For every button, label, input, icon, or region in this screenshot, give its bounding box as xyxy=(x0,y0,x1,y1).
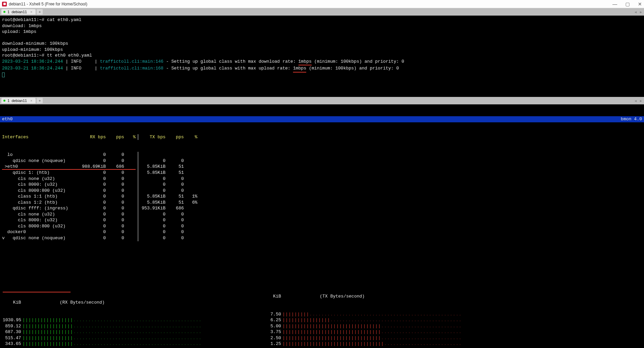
add-tab-button[interactable]: + xyxy=(37,9,43,15)
term-line: download: 1mbps xyxy=(2,23,42,28)
tab-index: 1 xyxy=(7,10,9,14)
tab-close-icon[interactable]: × xyxy=(30,10,32,14)
window-titlebar: debian11 - Xshell 5 (Free for Home/Schoo… xyxy=(0,0,644,8)
status-dot-icon xyxy=(3,11,5,13)
annotation-redline-icon xyxy=(3,292,71,292)
table-row: qdisc ffff: (ingress)00953.91KiB686 xyxy=(0,205,644,211)
table-row: class 1:2 (htb)005.85KiB516% xyxy=(0,200,644,206)
bmon-header-bar: eth0 bmon 4.0 xyxy=(0,116,644,122)
bmon-version: bmon 4.0 xyxy=(621,116,642,122)
tab-next-icon[interactable]: ► xyxy=(639,99,643,103)
table-row: docker00000 xyxy=(0,229,644,235)
tab-label: debian11 xyxy=(12,99,27,103)
tab-nav: ◄ ► xyxy=(634,99,643,103)
window-buttons: — ▢ ✕ xyxy=(612,1,642,7)
tab-close-icon[interactable]: × xyxy=(30,99,32,103)
graph-tx: KiB(TX Bytes/second) 7.50|||||||||......… xyxy=(263,282,462,348)
tab-prev-icon[interactable]: ◄ xyxy=(634,99,637,103)
table-row: cls 8000:800 (u32)0000 xyxy=(0,223,644,229)
tab-index: 1 xyxy=(7,99,9,103)
maximize-button[interactable]: ▢ xyxy=(625,1,630,7)
app-logo-icon xyxy=(2,2,7,6)
tab-nav: ◄ ► xyxy=(634,10,643,14)
status-dot-icon xyxy=(3,100,5,102)
table-row: cls none (u32)0000 xyxy=(0,176,644,182)
table-row: cls 8000:800 (u32)0000 xyxy=(0,188,644,194)
bmon-table-body: lo00 qdisc none (noqueue)0000 >eth0988.6… xyxy=(0,152,644,241)
window-title: debian11 - Xshell 5 (Free for Home/Schoo… xyxy=(9,2,612,6)
table-row: qdisc none (noqueue)0000 xyxy=(0,158,644,164)
tabstrip-top: 1 debian11 × + ◄ ► xyxy=(0,8,644,16)
term-line: root@debian11:~# cat eth0.yaml xyxy=(2,17,81,22)
graph-rx: KiB(RX Bytes/second) 1030.95||||||||||||… xyxy=(3,282,202,348)
tab-next-icon[interactable]: ► xyxy=(639,10,643,14)
table-row: cls 8000: (u32)0000 xyxy=(0,217,644,223)
tabstrip-bottom: 1 debian11 × + ◄ ► xyxy=(0,97,644,104)
table-row: class 1:1 (htb)005.85KiB511% xyxy=(0,193,644,200)
term-line: upload-minimum: 100kbps xyxy=(2,47,63,52)
table-row: qdisc 1: (htb)005.85KiB51 xyxy=(0,170,644,176)
tab-label: debian11 xyxy=(12,10,27,14)
terminal-top[interactable]: root@debian11:~# cat eth0.yaml download:… xyxy=(0,16,644,97)
bmon-iface: eth0 xyxy=(2,116,13,122)
tab-debian11-bottom[interactable]: 1 debian11 × xyxy=(1,98,36,103)
terminal-bmon[interactable]: eth0 bmon 4.0 InterfacesRX bpspps%TX bps… xyxy=(0,104,644,348)
term-line: root@debian11:~# tt eth0 eth0.yaml xyxy=(2,53,92,58)
close-button[interactable]: ✕ xyxy=(638,1,642,7)
log-line-1: 2023-03-21 18:36:24.244 | INFO | traffic… xyxy=(2,59,404,64)
table-row: v qdisc none (noqueue)0000 xyxy=(0,235,644,241)
tab-debian11-top[interactable]: 1 debian11 × xyxy=(1,9,36,15)
tab-prev-icon[interactable]: ◄ xyxy=(634,10,637,14)
bmon-graphs: KiB(RX Bytes/second) 1030.95||||||||||||… xyxy=(0,280,644,348)
log-line-2: 2023-03-21 18:36:24.244 | INFO | traffic… xyxy=(2,66,399,71)
table-row: lo00 xyxy=(0,152,644,158)
cursor-icon xyxy=(2,73,5,77)
bmon-columns: InterfacesRX bpspps%TX bpspps% xyxy=(0,134,644,140)
table-row: cls none (u32)0000 xyxy=(0,211,644,218)
minimize-button[interactable]: — xyxy=(612,1,617,7)
table-row: cls 8000: (u32)0000 xyxy=(0,182,644,188)
term-line: upload: 1mbps xyxy=(2,29,36,34)
term-line: download-minimum: 100kbps xyxy=(2,41,68,46)
add-tab-button[interactable]: + xyxy=(37,98,43,103)
